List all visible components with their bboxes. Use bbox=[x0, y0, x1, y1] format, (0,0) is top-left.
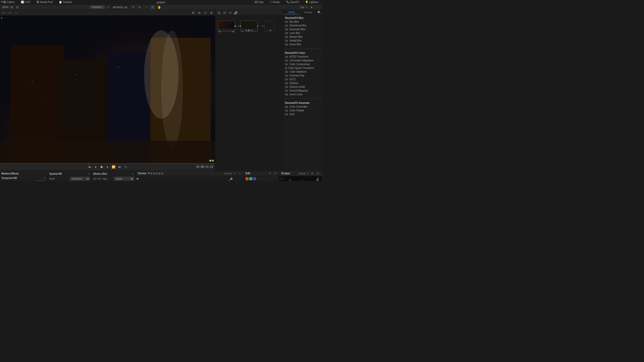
color-tool-1[interactable]: ✏ bbox=[2, 11, 6, 15]
timeline-label[interactable]: Timeline 1 bbox=[89, 5, 105, 9]
next-frame-btn[interactable]: ⏩ bbox=[112, 165, 116, 169]
curves-dot-5[interactable] bbox=[158, 172, 160, 174]
channel-red-btn[interactable] bbox=[246, 177, 249, 180]
library-item-color-stabilizer[interactable]: Color Stabilizer bbox=[283, 70, 322, 74]
scopes-type-label[interactable]: Parade bbox=[298, 172, 306, 175]
library-item-box-blur[interactable]: Box Blur bbox=[283, 20, 322, 24]
svg-rect-61 bbox=[316, 179, 317, 181]
node-tool-2[interactable]: ⊟ bbox=[222, 11, 227, 15]
library-item-contrast-pop[interactable]: Contrast Pop bbox=[283, 74, 322, 77]
library-item-grid[interactable]: Grid bbox=[283, 112, 322, 116]
spatial-mode-select[interactable]: Enhanced bbox=[70, 177, 90, 181]
scopes-expand-icon[interactable]: ⊞ bbox=[310, 171, 314, 176]
fit-icon[interactable]: ⊞ bbox=[10, 5, 14, 10]
viewer-more[interactable]: ··· bbox=[315, 5, 320, 10]
prev-frame-btn[interactable]: ⏴ bbox=[94, 165, 98, 169]
view-options-icon[interactable]: ⊟ bbox=[15, 5, 20, 10]
edit-pencil-icon[interactable]: ✏ bbox=[268, 171, 272, 176]
cursor-icon[interactable]: ↖ bbox=[150, 5, 155, 10]
library-item-zoom-blur[interactable]: Zoom Blur bbox=[283, 42, 322, 46]
scopes-dropdown-arrow[interactable]: ▼ bbox=[307, 172, 309, 175]
library-item-directional-blur[interactable]: Directional Blur bbox=[283, 24, 322, 27]
node-3[interactable]: 03 🔗 bbox=[264, 21, 274, 32]
viewer-nav-bar: 166% ⊞ ⊟ Timeline 1 ▼ 00:00:01:16 ↺ ⟳ ··… bbox=[0, 5, 322, 10]
mb-mo-est-label: Mo. Est. Type bbox=[93, 177, 114, 180]
curves-dot-2[interactable] bbox=[150, 172, 152, 174]
color-tool-6[interactable]: ↺ bbox=[203, 11, 208, 15]
library-item-color-space-transform[interactable]: @Color Space Transform bbox=[283, 66, 322, 70]
channel-blue-btn[interactable] bbox=[253, 177, 256, 180]
motion-blur-reset[interactable]: ↺ bbox=[131, 172, 134, 175]
library-item-gaussian-blur[interactable]: Gaussian Blur bbox=[283, 27, 322, 31]
node-canvas[interactable]: 01 🔗 10 03 🔗 bbox=[215, 16, 283, 170]
temporal-nr-reset[interactable]: ↺ bbox=[43, 176, 46, 179]
library-item-chromatic[interactable]: Chromatic Adaptation bbox=[283, 59, 322, 62]
play-btn[interactable]: ⏵ bbox=[106, 165, 110, 169]
loop-btn[interactable]: ↻ bbox=[124, 165, 128, 169]
svg-rect-30 bbox=[279, 176, 322, 181]
nav-luts[interactable]: 📊 LUTs bbox=[19, 0, 32, 4]
hand-icon[interactable]: ✋ bbox=[157, 5, 162, 10]
scopes-more-icon[interactable]: ⊟ bbox=[315, 171, 320, 176]
library-item-mosaic-blur[interactable]: Mosaic Blur bbox=[283, 35, 322, 39]
node-1[interactable] bbox=[218, 21, 235, 32]
library-item-gamut-limiter[interactable]: Gamut Limiter bbox=[283, 85, 322, 89]
node-tool-1[interactable]: ⊞ bbox=[217, 11, 221, 15]
scopes-title: Scopes bbox=[281, 172, 290, 175]
tab-settings[interactable]: Settings bbox=[300, 10, 317, 14]
edit-undo-icon[interactable]: ↩ bbox=[273, 171, 277, 176]
curves-dot-1[interactable] bbox=[148, 172, 149, 174]
curves-dot-4[interactable] bbox=[156, 172, 158, 174]
color-tool-2[interactable]: ↩ bbox=[8, 11, 12, 15]
curves-body[interactable]: ▶ bbox=[136, 176, 244, 181]
library-search-icon[interactable]: 🔍 bbox=[316, 10, 322, 15]
nav-openfx[interactable]: 🔧 OpenFX bbox=[285, 0, 301, 4]
library-item-lens-blur[interactable]: Lens Blur bbox=[283, 31, 322, 35]
library-item-color-compressor[interactable]: Color Compressor bbox=[283, 62, 322, 66]
library-item-invert-color[interactable]: Invert Color bbox=[283, 93, 322, 96]
svg-rect-62 bbox=[318, 177, 318, 181]
library-item-aces[interactable]: ACES Transform bbox=[283, 55, 322, 59]
nav-media-pool[interactable]: 🎬 Media Pool bbox=[35, 0, 54, 4]
color-tool-5[interactable]: ⊞ bbox=[197, 11, 202, 15]
library-item-color-generator[interactable]: Color Generator bbox=[283, 105, 322, 109]
frames-select[interactable]: 5 bbox=[36, 180, 46, 181]
nav-clips[interactable]: 🎞 Clips bbox=[253, 0, 265, 4]
go-to-start-btn[interactable]: ⏮ bbox=[88, 165, 92, 169]
nav-lightbox[interactable]: 💡 Lightbox bbox=[304, 0, 320, 4]
spatial-nr-reset[interactable]: ↺ bbox=[87, 172, 90, 175]
refresh-icon[interactable]: ↺ bbox=[131, 5, 135, 10]
node-tool-3[interactable]: ↺ bbox=[228, 11, 232, 15]
channel-green-btn[interactable] bbox=[249, 177, 252, 180]
library-item-gamut-mapping[interactable]: Gamut Mapping bbox=[283, 89, 322, 93]
loop-icon[interactable]: ⟳ bbox=[137, 5, 142, 10]
curves-play-btn[interactable]: ▶ bbox=[137, 177, 139, 180]
mb-mo-est-select[interactable]: Faster bbox=[114, 177, 134, 181]
go-to-end-btn[interactable]: ⏭ bbox=[118, 165, 122, 169]
scope-label-1000: 1000 bbox=[280, 178, 284, 179]
curves-dropdown-arrow[interactable]: ▼ bbox=[233, 172, 236, 175]
svg-rect-14 bbox=[0, 141, 215, 163]
scopes-controls: Parade ▼ ⊞ ⊟ bbox=[298, 171, 320, 176]
node-tool-4[interactable]: 🔗 bbox=[233, 11, 238, 15]
nav-nodes[interactable]: ⬡ Nodes bbox=[268, 0, 281, 4]
library-item-radial-blur[interactable]: Radial Blur bbox=[283, 39, 322, 42]
color-tool-3[interactable]: ♫ bbox=[14, 11, 18, 15]
stop-btn[interactable]: ⏹ bbox=[100, 165, 104, 169]
tab-library[interactable]: Library bbox=[283, 10, 300, 14]
color-tool-4[interactable]: ⊠ bbox=[191, 11, 195, 15]
curves-more[interactable]: ··· bbox=[237, 171, 242, 176]
node-2[interactable]: 01 🔗 10 bbox=[240, 21, 258, 32]
node-editor: ⊞ ⊟ ↺ 🔗 bbox=[215, 10, 283, 170]
color-tool-7[interactable]: 🖥 bbox=[209, 11, 214, 15]
library-item-dctl[interactable]: DCTL bbox=[283, 77, 322, 81]
zoom-level[interactable]: 166% bbox=[2, 6, 9, 9]
curves-dot-6[interactable] bbox=[161, 172, 163, 174]
curves-graph bbox=[136, 176, 244, 181]
library-item-dehaze[interactable]: Dehaze bbox=[283, 81, 322, 85]
nav-timeline[interactable]: 📋 Timeline bbox=[57, 0, 73, 4]
curves-panel: Curves Custom ▼ ··· bbox=[136, 171, 244, 181]
curves-dot-3[interactable] bbox=[153, 172, 155, 174]
more-options-icon[interactable]: ··· bbox=[144, 5, 148, 10]
library-item-color-palette[interactable]: Color Palette bbox=[283, 109, 322, 112]
